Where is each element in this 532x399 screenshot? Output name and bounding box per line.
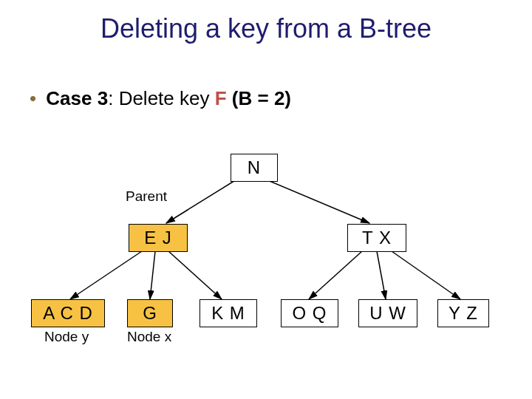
label-node-y: Node y xyxy=(44,329,89,345)
svg-line-6 xyxy=(377,251,386,299)
svg-line-1 xyxy=(266,180,369,223)
label-node-x: Node x xyxy=(127,329,171,345)
svg-line-3 xyxy=(150,251,155,299)
bullet-key: F xyxy=(215,87,227,109)
label-parent: Parent xyxy=(126,188,167,205)
svg-line-4 xyxy=(168,251,222,299)
bullet-frag2: (B = xyxy=(227,87,274,109)
node-leaf-yz: Y Z xyxy=(437,299,489,327)
case-label: Case 3 xyxy=(46,87,108,109)
svg-line-0 xyxy=(166,180,236,223)
svg-line-5 xyxy=(309,251,362,299)
bullet-frag3: ) xyxy=(284,87,291,109)
node-leaf-uw: U W xyxy=(358,299,417,327)
node-right-child: T X xyxy=(347,224,406,252)
node-leaf-oq: O Q xyxy=(281,299,338,327)
node-root: N xyxy=(231,154,278,182)
svg-line-2 xyxy=(70,251,142,299)
node-leaf-km: K M xyxy=(200,299,257,327)
node-leaf-g: G xyxy=(127,299,173,327)
bullet-line: • Case 3: Delete key F (B = 2) xyxy=(30,87,291,110)
bullet-frag1: : Delete key xyxy=(108,87,215,109)
svg-line-7 xyxy=(392,251,460,299)
bullet-dot: • xyxy=(30,87,36,110)
node-leaf-acd: A C D xyxy=(31,299,105,327)
node-left-child: E J xyxy=(129,224,188,252)
bullet-b: 2 xyxy=(274,87,284,109)
slide-title: Deleting a key from a B-tree xyxy=(0,13,532,44)
